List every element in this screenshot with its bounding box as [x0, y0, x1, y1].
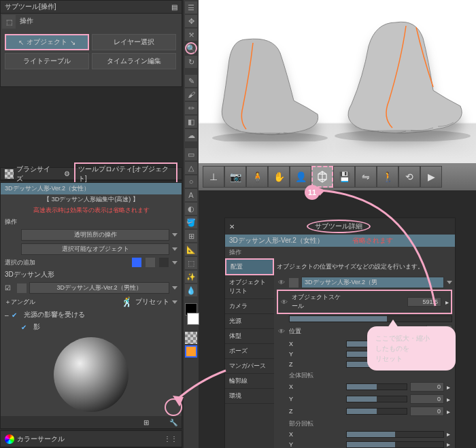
rot-z-slider[interactable]: [346, 408, 407, 415]
category-placement[interactable]: 配置: [225, 258, 274, 275]
tool-pan[interactable]: ⤧: [185, 29, 197, 41]
chevron-down-icon[interactable]: [172, 300, 177, 304]
tool-rotate[interactable]: ↻: [185, 56, 197, 68]
tool-frame[interactable]: ⊞: [185, 230, 197, 242]
category-body[interactable]: 体型: [225, 329, 274, 344]
shadow-label[interactable]: 影: [33, 322, 40, 332]
partial-rotation-label: 部分回転: [277, 417, 452, 429]
tool-move[interactable]: ✥: [185, 15, 197, 27]
annotation-badge-11: 11: [305, 185, 320, 200]
chevron-down-icon[interactable]: [172, 286, 177, 290]
rot-x-label: X: [289, 383, 343, 390]
tool-select[interactable]: ⬚: [185, 257, 197, 269]
tool-fill[interactable]: 🪣: [185, 216, 197, 228]
swatch-dark[interactable]: [159, 258, 169, 267]
doll-section-label: 3Dデッサン人形: [5, 270, 54, 279]
wrench-icon[interactable]: 🔧: [169, 419, 177, 426]
selectable-object-dropdown[interactable]: 選択可能なオブジェクト: [21, 243, 169, 255]
tool-gradient[interactable]: ◐: [185, 203, 197, 215]
tool-pen[interactable]: ✎: [185, 75, 197, 87]
flip-icon[interactable]: ⇋: [355, 166, 377, 188]
angle-label: ＋アングル: [5, 298, 52, 307]
swatch-gray[interactable]: [146, 258, 155, 267]
close-icon[interactable]: ▤: [171, 3, 177, 11]
thumb-icon: [289, 278, 299, 288]
canvas-viewport[interactable]: [199, 0, 476, 163]
accent-color-swatch[interactable]: [185, 345, 197, 358]
swatch-blue[interactable]: [132, 258, 141, 267]
tool-blend[interactable]: ☁: [185, 129, 197, 141]
category-manga-perspective[interactable]: マンガパース: [225, 359, 274, 374]
full-rotation-label: 全体回転: [277, 369, 452, 381]
panel-menu-icon[interactable]: ⊞: [143, 419, 149, 426]
reset-scale-button[interactable]: [311, 166, 333, 188]
object-scale-value[interactable]: 591.5: [407, 297, 441, 307]
category-pose[interactable]: ポーズ: [225, 344, 274, 359]
svg-point-0: [212, 133, 328, 141]
chevron-down-icon[interactable]: [172, 247, 177, 251]
light-effect-label[interactable]: 光源の影響を受ける: [24, 310, 85, 320]
camera-icon[interactable]: 📷: [224, 166, 246, 188]
light-table-button[interactable]: ライトテーブル: [5, 53, 89, 69]
tool-menu[interactable]: ☰: [185, 1, 197, 14]
category-camera[interactable]: カメラ: [225, 299, 274, 314]
ground-icon[interactable]: ⊥: [203, 166, 224, 188]
tool-eraser[interactable]: ◧: [185, 116, 197, 128]
subtool-detail-close-icon[interactable]: ✕: [229, 223, 235, 230]
pos-y-label: Y: [289, 351, 343, 358]
foot-right: [314, 19, 476, 141]
body-shape-icon[interactable]: 👤: [290, 166, 311, 188]
tool-brush[interactable]: 🖌: [185, 88, 197, 101]
tool-zoom[interactable]: 🔍: [185, 42, 197, 54]
prot-y-slider[interactable]: [346, 441, 444, 448]
operation-tab-icon[interactable]: ⬚: [2, 15, 16, 29]
category-object-list[interactable]: オブジェクトリスト: [225, 275, 274, 299]
tool-ruler[interactable]: 📐: [185, 243, 197, 256]
register-material-icon[interactable]: 💾: [333, 166, 355, 188]
category-environment[interactable]: 環境: [225, 389, 274, 404]
toolprop-strip: 3Dデッサン人形-Ver.2（女性）: [1, 183, 182, 194]
next-icon[interactable]: ▶: [420, 166, 442, 188]
rot-x-slider[interactable]: [346, 383, 407, 390]
preset-icon[interactable]: 🕺: [121, 296, 133, 307]
doll-name-dropdown[interactable]: 3Dデッサン人形-Ver.2（男性）: [29, 282, 169, 294]
mannequin-icon[interactable]: 🚶: [377, 166, 398, 188]
layer-select-button[interactable]: レイヤー選択: [92, 34, 176, 50]
object-dropdown[interactable]: 3Dデッサン人形-Ver.2（男: [301, 277, 444, 288]
transparent-operation-dropdown[interactable]: 透明箇所の操作: [21, 229, 169, 241]
eye-icon[interactable]: 👁: [277, 279, 286, 286]
hand-pose-icon[interactable]: ✋: [268, 166, 290, 188]
eye-icon[interactable]: 👁: [279, 298, 289, 306]
category-light[interactable]: 光源: [225, 314, 274, 329]
timeline-edit-button[interactable]: タイムライン編集: [92, 53, 176, 69]
toolprop-info: 【 3Dデッサン人形編集中(高速) 】: [1, 194, 182, 205]
pose-icon[interactable]: 🧍: [246, 166, 268, 188]
object-subtool-button[interactable]: ↖オブジェクト↘: [5, 34, 89, 50]
tool-ellipse[interactable]: ○: [185, 175, 197, 188]
background-color-swatch[interactable]: [187, 313, 199, 325]
reset-pose-icon[interactable]: ⟲: [398, 166, 420, 188]
chevron-down-icon[interactable]: [172, 261, 177, 264]
rot-z-value[interactable]: 0: [410, 407, 444, 416]
panel-grip-icon[interactable]: ⋮⋮: [164, 435, 177, 443]
tool-eyedrop[interactable]: 💧: [185, 284, 197, 296]
operation-tab-label[interactable]: 操作: [17, 14, 36, 30]
scale-slider[interactable]: [289, 315, 452, 322]
tool-marker[interactable]: ✏: [185, 102, 197, 114]
tool-shape[interactable]: △: [185, 162, 197, 174]
tool-rect[interactable]: ▭: [185, 148, 197, 160]
eye-icon[interactable]: 👁: [277, 328, 286, 335]
rot-y-value[interactable]: 0: [410, 394, 444, 404]
chevron-down-icon[interactable]: [172, 233, 177, 237]
rot-x-value[interactable]: 0: [410, 382, 444, 392]
tool-text[interactable]: A: [185, 189, 197, 201]
stepper-icon[interactable]: ▸: [444, 298, 449, 306]
brush-icon: [5, 169, 14, 179]
tool-wand[interactable]: ✨: [185, 271, 197, 283]
chevron-down-icon[interactable]: [447, 281, 452, 284]
rot-y-slider[interactable]: [346, 396, 407, 402]
category-outline[interactable]: 輪郭線: [225, 374, 274, 389]
transparent-swatch[interactable]: [185, 332, 197, 344]
prot-x-slider[interactable]: [346, 431, 444, 438]
preset-label[interactable]: プリセット: [135, 297, 169, 307]
